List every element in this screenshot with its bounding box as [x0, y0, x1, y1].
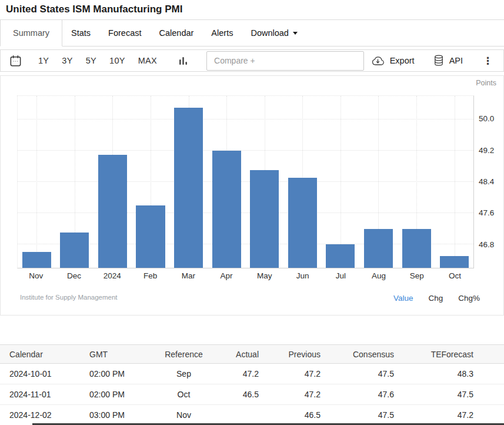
caret-down-icon [293, 32, 298, 35]
bar-slot [435, 96, 473, 268]
bar-nov[interactable] [22, 252, 51, 268]
bar-slot [322, 96, 360, 268]
ism-pmi-page: United States ISM Manufacturing PMI Summ… [0, 0, 504, 425]
cell-teforecast: 48.3 [409, 364, 504, 384]
toolbar-right-group: Export API ⋮ [371, 54, 495, 67]
kebab-menu-icon[interactable]: ⋮ [480, 56, 495, 66]
column-header-calendar: Calendar [0, 345, 82, 364]
bar-chart-icon[interactable] [179, 55, 188, 66]
cell-gmt: 02:00 PM [82, 384, 153, 405]
column-header-reference: Reference [153, 345, 215, 364]
mode-chg[interactable]: Chg [428, 294, 443, 303]
chart-mode-switcher: ValueChgChg% [393, 294, 480, 303]
cell-calendar: 2024-10-01 [0, 364, 82, 384]
bar-mar[interactable] [174, 108, 203, 268]
compare-input[interactable] [206, 51, 364, 71]
mode-chgpct[interactable]: Chg% [458, 294, 480, 303]
x-axis-label-dec: Dec [55, 271, 94, 280]
range-max[interactable]: MAX [138, 56, 157, 65]
tab-stats[interactable]: Stats [62, 20, 99, 46]
x-axis-label-jul: Jul [322, 271, 360, 280]
cloud-download-icon [371, 55, 385, 67]
tab-alerts[interactable]: Alerts [202, 20, 242, 46]
api-label: API [449, 56, 463, 65]
bar-apr[interactable] [212, 151, 241, 268]
cell-reference: Oct [153, 384, 215, 405]
export-button[interactable]: Export [371, 55, 415, 67]
mode-value[interactable]: Value [393, 294, 413, 303]
bar-oct[interactable] [440, 256, 469, 268]
chart-toolbar: 1Y3Y5Y10YMAX Export [0, 49, 504, 72]
x-axis-labels: NovDec2024FebMarAprMayJunJulAugSepOct [17, 271, 474, 280]
calendar-icon[interactable] [9, 54, 22, 68]
bar-slot [18, 96, 56, 268]
x-axis-label-apr: Apr [208, 271, 246, 280]
column-header-consensus: Consensus [335, 345, 409, 364]
api-button[interactable]: API [433, 54, 463, 67]
bar-feb[interactable] [136, 205, 165, 268]
gridline [36, 96, 37, 268]
bar-slot [283, 96, 322, 268]
plot-area [17, 95, 474, 268]
cell-previous: 47.2 [273, 384, 335, 405]
range-buttons: 1Y3Y5Y10YMAX [38, 56, 157, 65]
column-header-teforecast: TEForecast [409, 345, 504, 364]
table-header-row: CalendarGMTReferenceActualPreviousConsen… [0, 345, 504, 364]
column-header-gmt: GMT [82, 345, 153, 364]
page-title: United States ISM Manufacturing PMI [0, 0, 504, 19]
x-axis-label-sep: Sep [398, 271, 436, 280]
bar-slot [359, 96, 398, 268]
tab-summary[interactable]: Summary [0, 20, 62, 47]
bar-slot [398, 96, 436, 268]
gridline [455, 96, 455, 268]
bar-jun[interactable] [288, 178, 317, 268]
cell-consensus: 47.6 [335, 384, 409, 405]
gridline [341, 96, 341, 268]
x-axis-label-2024: 2024 [94, 271, 132, 280]
bar-slot [94, 96, 132, 268]
x-axis-label-oct: Oct [436, 271, 474, 280]
bar-jul[interactable] [326, 244, 355, 268]
cell-gmt: 03:00 PM [82, 405, 153, 425]
bar-slot [208, 96, 246, 268]
bar-slot [132, 96, 170, 268]
cell-actual: 46.5 [215, 384, 273, 405]
cell-calendar: 2024-12-02 [0, 405, 82, 425]
bar-dec[interactable] [60, 233, 89, 268]
tab-forecast[interactable]: Forecast [99, 20, 150, 46]
cell-gmt: 02:00 PM [82, 364, 153, 384]
table-row: 2024-12-0203:00 PMNov46.547.547.2 [0, 405, 504, 425]
x-axis-label-aug: Aug [360, 271, 398, 280]
bar-2024[interactable] [98, 155, 127, 268]
bar-aug[interactable] [364, 229, 393, 268]
bar-slot [56, 96, 94, 268]
table-body: 2024-10-0102:00 PMSep47.247.247.548.3202… [0, 364, 504, 425]
range-5y[interactable]: 5Y [86, 56, 96, 65]
y-axis-tick-label: 49.2 [479, 146, 502, 155]
bar-slot [245, 96, 283, 268]
cell-teforecast: 47.5 [409, 384, 504, 405]
database-icon [433, 54, 445, 67]
cell-calendar: 2024-11-01 [0, 384, 82, 405]
range-1y[interactable]: 1Y [38, 56, 49, 65]
bar-may[interactable] [250, 170, 279, 268]
cell-previous: 47.2 [273, 364, 335, 384]
table-row: 2024-10-0102:00 PMSep47.247.247.548.3 [0, 364, 504, 384]
x-axis-label-nov: Nov [17, 271, 55, 280]
cell-actual: 47.2 [215, 364, 273, 384]
x-axis-label-jun: Jun [283, 271, 322, 280]
range-3y[interactable]: 3Y [62, 56, 72, 65]
range-10y[interactable]: 10Y [109, 56, 125, 65]
column-header-actual: Actual [215, 345, 273, 364]
tab-download[interactable]: Download [242, 20, 306, 46]
x-axis-label-may: May [246, 271, 284, 280]
cell-previous: 46.5 [273, 405, 335, 425]
bar-sep[interactable] [402, 229, 431, 268]
y-axis-tick-label: 46.8 [479, 240, 502, 249]
cell-consensus: 47.5 [335, 405, 409, 425]
cell-teforecast: 47.2 [409, 405, 504, 425]
cell-reference: Nov [153, 405, 215, 425]
cell-consensus: 47.5 [335, 364, 409, 384]
tab-calendar[interactable]: Calendar [151, 20, 203, 46]
bar-slot [169, 96, 208, 268]
